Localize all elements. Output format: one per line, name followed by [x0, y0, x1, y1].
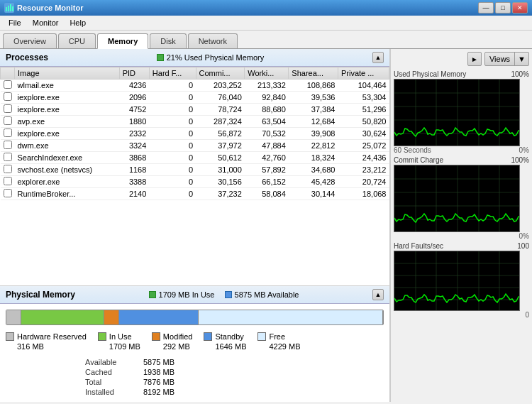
- title-text: Resource Monitor: [17, 4, 84, 12]
- table-cell: 18,324: [289, 152, 338, 164]
- table-cell: 0: [149, 164, 196, 176]
- table-cell: 31,000: [196, 164, 245, 176]
- table-row: SearchIndexer.exe3868050,61242,76018,324…: [1, 152, 389, 164]
- table-cell: 3388: [119, 176, 149, 188]
- col-commit[interactable]: Commi...: [196, 67, 245, 80]
- table-cell: 47,884: [245, 140, 289, 152]
- row-checkbox[interactable]: [4, 153, 12, 161]
- row-checkbox[interactable]: [4, 165, 12, 173]
- right-top-bar: ► Views ▼: [394, 52, 529, 66]
- graph-container: Used Physical Memory 100% 60 Seconds 0% …: [394, 70, 529, 319]
- table-cell: 76,040: [196, 92, 245, 104]
- table-cell: wlmail.exe: [15, 80, 120, 92]
- table-cell: 0: [149, 128, 196, 140]
- table-cell: 12,684: [289, 116, 338, 128]
- processes-table-wrap[interactable]: Image PID Hard F... Commi... Worki... Sh…: [0, 67, 389, 285]
- table-cell: 53,304: [338, 92, 389, 104]
- stat-label: Available: [85, 358, 142, 366]
- available-indicator: [225, 291, 232, 298]
- table-cell: 0: [149, 116, 196, 128]
- legend-color-box: [204, 332, 212, 341]
- col-image[interactable]: Image: [15, 67, 120, 80]
- menu-monitor[interactable]: Monitor: [27, 17, 65, 28]
- graph-bottom-left: 60 Seconds: [394, 146, 431, 154]
- tab-bar: Overview CPU Memory Disk Network: [0, 31, 532, 49]
- legend-name: Standby: [215, 332, 243, 341]
- title-bar: Resource Monitor — □ ✕: [0, 0, 532, 16]
- row-checkbox[interactable]: [4, 80, 12, 89]
- row-checkbox[interactable]: [4, 189, 12, 197]
- tab-network[interactable]: Network: [188, 33, 238, 48]
- views-label: Views: [485, 55, 514, 63]
- table-cell: 34,680: [289, 164, 338, 176]
- processes-header: Processes 21% Used Physical Memory ▲: [0, 49, 389, 67]
- legend-color-box: [257, 332, 266, 341]
- table-row: svchost.exe (netsvcs)1168031,00057,89234…: [1, 164, 389, 176]
- table-cell: 3868: [119, 152, 149, 164]
- table-row: wlmail.exe42360203,252213,332108,868104,…: [1, 80, 389, 92]
- stat-value: 7876 MB: [143, 378, 200, 386]
- minimize-button[interactable]: —: [478, 2, 494, 13]
- graph-bottom-row: 60 Seconds 0%: [394, 146, 529, 154]
- views-button[interactable]: Views ▼: [484, 52, 529, 66]
- memory-bar-container: [0, 304, 389, 328]
- right-panel: ► Views ▼ Used Physical Memory 100% 60 S…: [390, 49, 532, 402]
- memory-legend: Hardware Reserved 316 MB In Use 1709 MB …: [0, 328, 389, 355]
- tab-memory[interactable]: Memory: [97, 33, 148, 49]
- menu-file[interactable]: File: [3, 17, 27, 28]
- memory-bar-segment: [6, 310, 21, 324]
- memory-bar-segment: [21, 310, 104, 324]
- table-cell: 0: [149, 152, 196, 164]
- table-cell: 4752: [119, 104, 149, 116]
- main-content: Processes 21% Used Physical Memory ▲ Ima…: [0, 49, 532, 402]
- table-row: iexplore.exe4752078,72488,68037,38451,29…: [1, 104, 389, 116]
- table-cell: 50,612: [196, 152, 245, 164]
- graph-block: Used Physical Memory 100% 60 Seconds 0%: [394, 70, 529, 154]
- processes-collapse-button[interactable]: ▲: [372, 52, 384, 63]
- table-cell: SearchIndexer.exe: [15, 152, 120, 164]
- nav-forward-button[interactable]: ►: [467, 52, 482, 66]
- table-cell: 45,428: [289, 176, 338, 188]
- table-cell: svchost.exe (netsvcs): [15, 164, 120, 176]
- table-cell: 25,072: [338, 140, 389, 152]
- col-private[interactable]: Private ...: [338, 67, 389, 80]
- table-cell: 0: [149, 92, 196, 104]
- memory-available-text: 5875 MB Available: [235, 290, 299, 299]
- graph-block: Hard Faults/sec 100 0: [394, 242, 529, 319]
- table-cell: 58,084: [245, 188, 289, 200]
- row-checkbox[interactable]: [4, 177, 12, 185]
- processes-table: Image PID Hard F... Commi... Worki... Sh…: [0, 67, 389, 200]
- close-button[interactable]: ✕: [512, 2, 528, 13]
- graph-title-row: Hard Faults/sec 100: [394, 242, 529, 250]
- col-shareable[interactable]: Sharea...: [289, 67, 338, 80]
- legend-color-box: [152, 332, 160, 341]
- graph-bottom-row: 0: [394, 311, 529, 319]
- svg-rect-3: [12, 6, 13, 11]
- menu-help[interactable]: Help: [64, 17, 92, 28]
- processes-status: 21% Used Physical Memory: [157, 53, 265, 62]
- views-dropdown-arrow[interactable]: ▼: [514, 53, 528, 65]
- tab-overview[interactable]: Overview: [3, 33, 57, 48]
- tab-cpu[interactable]: CPU: [58, 33, 96, 48]
- maximize-button[interactable]: □: [495, 2, 511, 13]
- col-hardf[interactable]: Hard F...: [149, 67, 196, 80]
- row-checkbox[interactable]: [4, 129, 12, 137]
- legend-item: Standby 1646 MB: [204, 332, 246, 351]
- table-cell: 20,724: [338, 176, 389, 188]
- graph-canvas: [394, 165, 520, 232]
- col-working[interactable]: Worki...: [245, 67, 289, 80]
- table-cell: 104,464: [338, 80, 389, 92]
- row-checkbox[interactable]: [4, 116, 12, 125]
- table-cell: iexplore.exe: [15, 128, 120, 140]
- col-pid[interactable]: PID: [119, 67, 149, 80]
- row-checkbox[interactable]: [4, 92, 12, 101]
- physical-memory-collapse-button[interactable]: ▲: [372, 289, 384, 300]
- row-checkbox[interactable]: [4, 104, 12, 113]
- memory-status-indicator: [149, 291, 156, 298]
- status-indicator: [157, 54, 164, 61]
- tab-disk[interactable]: Disk: [150, 33, 186, 48]
- graph-title: Used Physical Memory: [394, 70, 466, 78]
- graph-block: Commit Charge 100% 0%: [394, 156, 529, 240]
- row-checkbox[interactable]: [4, 141, 12, 149]
- table-cell: 18,068: [338, 188, 389, 200]
